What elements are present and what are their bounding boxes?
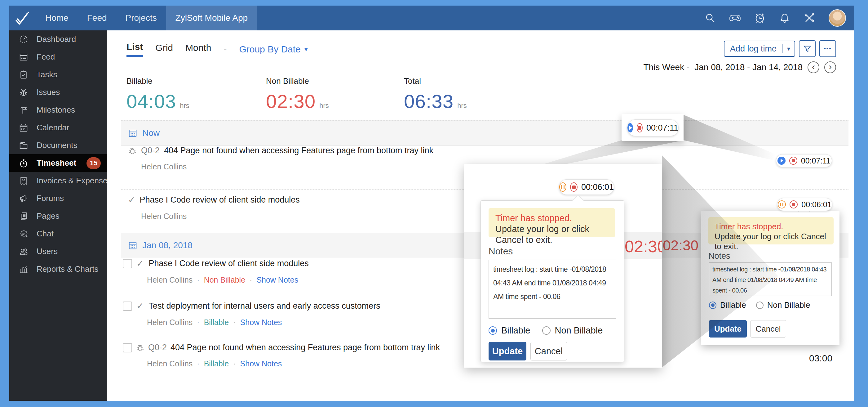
calendar-icon [128, 128, 137, 138]
show-notes-link[interactable]: Show Notes [240, 359, 282, 368]
timer-stopped-alert: Timer has stopped. Update your log or cl… [489, 208, 615, 237]
notifications-bell-icon[interactable] [779, 12, 790, 24]
stopwatch-icon [19, 158, 29, 168]
row-checkbox[interactable] [123, 259, 132, 268]
tab-month[interactable]: Month [185, 42, 211, 56]
previous-week-button[interactable]: ‹ [808, 61, 819, 73]
sidebar-item-documents[interactable]: Documents [9, 137, 107, 154]
row-title[interactable]: Phase I Code review of client side modul… [149, 259, 308, 268]
sidebar-item-feed[interactable]: Feed [9, 48, 107, 66]
stop-icon[interactable] [789, 200, 798, 208]
feed-icon [19, 52, 29, 62]
play-icon[interactable] [777, 157, 785, 165]
dialog-arrow [572, 195, 584, 206]
row-checkbox[interactable] [123, 343, 132, 352]
sidebar-item-label: Feed [37, 52, 55, 62]
sidebar-item-invoices-expenses[interactable]: Invoices & Expenses [9, 172, 107, 190]
search-icon[interactable] [705, 12, 716, 24]
summary-label: Billable [126, 76, 189, 86]
summary-unit: hrs [457, 102, 467, 110]
pause-icon[interactable] [778, 200, 786, 208]
stop-icon[interactable] [637, 123, 643, 133]
section-title[interactable]: Now [142, 128, 160, 138]
nav-tab-home[interactable]: Home [36, 6, 78, 30]
row-title[interactable]: 404 Page not found when accessing Featur… [164, 146, 433, 155]
bug-icon [19, 87, 29, 97]
task-check-icon: ✓ [136, 258, 144, 269]
sidebar-item-users[interactable]: Users [9, 242, 107, 260]
tab-list[interactable]: List [126, 41, 143, 57]
section-title[interactable]: Jan 08, 2018 [142, 240, 192, 250]
chevron-down-icon: ▾ [304, 45, 308, 53]
left-sidebar: Dashboard Feed Tasks Issues Milestones C… [9, 30, 107, 401]
stop-icon[interactable] [570, 182, 577, 192]
row-user: Helen Collins [141, 212, 187, 221]
sidebar-item-tasks[interactable]: Tasks [9, 66, 107, 83]
view-switcher: List Grid Month - Group By Date ▾ [126, 41, 308, 57]
row-checkbox[interactable] [123, 301, 132, 311]
games-icon[interactable] [730, 12, 741, 24]
billable-radio[interactable] [489, 326, 497, 335]
show-notes-link[interactable]: Show Notes [256, 275, 298, 285]
nav-tab-zylsoft-mobile-app[interactable]: ZylSoft Mobile App [166, 6, 257, 30]
add-log-time-button[interactable]: Add log time ▾ [724, 41, 795, 57]
sidebar-item-pages[interactable]: Pages [9, 207, 107, 225]
timer-value: 00:06:01 [801, 200, 831, 209]
more-options-button[interactable]: ••• [819, 40, 836, 57]
row-title[interactable]: Phase I Code review of client side modul… [140, 195, 300, 205]
task-check-icon: ✓ [136, 301, 144, 311]
stop-icon[interactable] [789, 157, 797, 165]
timer-clock-icon[interactable] [754, 12, 765, 24]
billable-radio-label: Billable [501, 325, 530, 336]
notes-label: Notes [489, 246, 513, 257]
brand-logo-icon[interactable] [9, 6, 36, 30]
play-icon[interactable] [627, 123, 633, 133]
sidebar-item-dashboard[interactable]: Dashboard [9, 30, 107, 48]
pause-icon[interactable] [559, 182, 566, 192]
sidebar-item-label: Calendar [37, 123, 69, 133]
setup-tools-icon[interactable] [804, 12, 815, 24]
row-title[interactable]: Test deployment for internal users and e… [149, 301, 380, 311]
chevron-down-icon[interactable]: ▾ [783, 45, 795, 52]
nav-tab-projects[interactable]: Projects [116, 6, 166, 30]
non-billable-radio[interactable] [542, 326, 551, 335]
next-week-button[interactable]: › [824, 61, 836, 73]
nav-tab-label: Home [45, 13, 68, 23]
show-notes-link[interactable]: Show Notes [240, 318, 282, 327]
sidebar-item-forums[interactable]: Forums [9, 190, 107, 207]
update-button[interactable]: Update [489, 342, 526, 360]
filter-button[interactable] [799, 40, 816, 57]
sidebar-item-label: Dashboard [37, 34, 76, 44]
bar-chart-icon [19, 264, 29, 274]
screenshot-frame: Home Feed Projects ZylSoft Mobile App Da… [0, 0, 868, 407]
user-avatar[interactable] [829, 9, 846, 27]
nav-tab-label: Projects [126, 13, 157, 23]
sidebar-item-calendar[interactable]: Calendar [9, 119, 107, 137]
sidebar-item-reports-charts[interactable]: Reports & Charts [9, 260, 107, 278]
sidebar-item-label: Documents [37, 141, 78, 150]
timer-pill-stopped-magnified: 00:06:01 [559, 179, 614, 195]
notes-textarea[interactable]: timesheet log : start time -01/08/2018 0… [489, 260, 616, 319]
timesheet-badge: 15 [87, 157, 101, 169]
alert-body: Update your log or click Cancel to exit. [495, 224, 608, 245]
sidebar-item-label: Timesheet [37, 158, 76, 168]
row-user: Helen Collins [141, 162, 187, 171]
sidebar-item-issues[interactable]: Issues [9, 83, 107, 101]
cancel-button[interactable]: Cancel [750, 320, 786, 338]
summary-label: Total [404, 76, 467, 86]
row-title[interactable]: 404 Page not found when accessing Featur… [170, 343, 440, 352]
sidebar-item-milestones[interactable]: Milestones [9, 101, 107, 119]
tab-grid[interactable]: Grid [155, 42, 173, 56]
alert-title: Timer has stopped. [495, 213, 608, 224]
sidebar-item-timesheet[interactable]: Timesheet 15 [9, 154, 107, 172]
megaphone-icon [19, 194, 29, 204]
group-by-dropdown[interactable]: Group By Date ▾ [239, 44, 308, 55]
sidebar-item-label: Issues [37, 87, 60, 97]
non-billable-radio[interactable] [756, 301, 764, 309]
sidebar-item-chat[interactable]: Chat [9, 225, 107, 242]
row-user: Helen Collins [147, 318, 192, 327]
nav-tab-feed[interactable]: Feed [78, 6, 116, 30]
cancel-button[interactable]: Cancel [530, 342, 567, 360]
sidebar-item-label: Reports & Charts [37, 264, 98, 274]
milestone-signpost-icon [19, 105, 29, 115]
